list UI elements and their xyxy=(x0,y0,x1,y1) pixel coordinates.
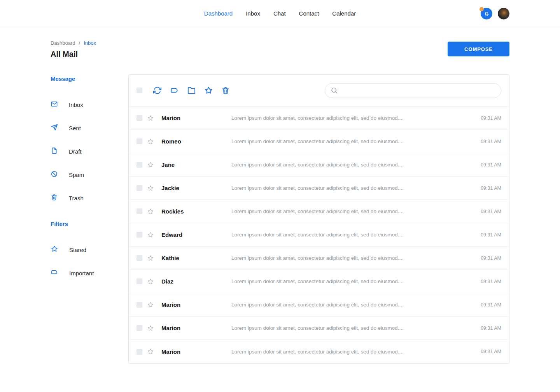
mail-preview: Lorem ipsum dolor sit amet, consectetur … xyxy=(231,208,481,214)
envelope-icon xyxy=(51,100,58,109)
document-icon xyxy=(51,147,58,156)
mail-sidebar: Message Inbox Sent xyxy=(51,74,128,292)
mail-row[interactable]: Jackie Lorem ipsum dolor sit amet, conse… xyxy=(129,177,509,200)
mail-toolbar xyxy=(129,75,509,107)
mail-row[interactable]: Marion Lorem ipsum dolor sit amet, conse… xyxy=(129,107,509,130)
row-checkbox[interactable] xyxy=(136,185,142,191)
mail-sender: Marion xyxy=(161,325,231,331)
sidebar-item-spam[interactable]: Spam xyxy=(51,170,128,179)
user-avatar[interactable] xyxy=(498,8,509,19)
sidebar-item-label: Sent xyxy=(69,125,81,131)
search-input[interactable] xyxy=(341,88,495,94)
refresh-icon[interactable] xyxy=(152,86,162,95)
mail-time: 09:31 AM xyxy=(481,232,501,238)
mail-row[interactable]: Marion Lorem ipsum dolor sit amet, conse… xyxy=(129,317,509,340)
row-checkbox[interactable] xyxy=(136,232,142,238)
page-header: Dashboard / Inbox All Mail COMPOSE xyxy=(51,40,509,59)
mail-row[interactable]: Romeo Lorem ipsum dolor sit amet, consec… xyxy=(129,130,509,153)
sidebar-section-filters: Filters xyxy=(51,220,128,227)
sidebar-item-inbox[interactable]: Inbox xyxy=(51,100,128,109)
row-checkbox[interactable] xyxy=(136,208,142,214)
star-icon[interactable] xyxy=(147,301,154,308)
sidebar-item-draft[interactable]: Draft xyxy=(51,147,128,156)
mail-row[interactable]: Kathie Lorem ipsum dolor sit amet, conse… xyxy=(129,247,509,270)
mail-preview: Lorem ipsum dolor sit amet, consectetur … xyxy=(231,325,481,331)
row-checkbox[interactable] xyxy=(136,325,142,331)
search-box xyxy=(325,83,501,98)
star-icon[interactable] xyxy=(147,278,154,285)
mail-row[interactable]: Marion Lorem ipsum dolor sit amet, conse… xyxy=(129,293,509,317)
top-navigation-bar: Dashboard Inbox Chat Contact Calendar xyxy=(0,0,560,27)
mail-row[interactable]: Marion Lorem ipsum dolor sit amet, conse… xyxy=(129,340,509,363)
star-icon[interactable] xyxy=(204,86,213,95)
search-icon xyxy=(331,87,338,94)
sidebar-item-stared[interactable]: Stared xyxy=(51,245,128,254)
mail-sender: Diaz xyxy=(161,278,231,285)
compose-button[interactable]: COMPOSE xyxy=(448,42,509,56)
mail-row[interactable]: Rockies Lorem ipsum dolor sit amet, cons… xyxy=(129,200,509,223)
mail-time: 09:31 AM xyxy=(481,186,501,191)
nav-contact[interactable]: Contact xyxy=(299,10,319,17)
row-checkbox[interactable] xyxy=(136,162,142,168)
sidebar-item-label: Important xyxy=(69,270,94,276)
star-icon[interactable] xyxy=(147,138,154,145)
main-nav: Dashboard Inbox Chat Contact Calendar xyxy=(204,10,356,17)
mail-preview: Lorem ipsum dolor sit amet, consectetur … xyxy=(231,185,481,191)
breadcrumb-inbox[interactable]: Inbox xyxy=(84,40,96,46)
mail-preview: Lorem ipsum dolor sit amet, consectetur … xyxy=(231,232,481,238)
trash-icon[interactable] xyxy=(221,86,230,95)
sidebar-item-sent[interactable]: Sent xyxy=(51,123,128,133)
mail-preview: Lorem ipsum dolor sit amet, consectetur … xyxy=(231,302,481,308)
sidebar-section-message: Message xyxy=(51,75,128,82)
breadcrumb-dashboard[interactable]: Dashboard xyxy=(51,40,75,46)
star-icon[interactable] xyxy=(147,325,154,332)
sidebar-item-label: Inbox xyxy=(69,102,83,108)
sidebar-item-label: Stared xyxy=(69,247,86,253)
mail-preview: Lorem ipsum dolor sit amet, consectetur … xyxy=(231,115,481,121)
mail-time: 09:31 AM xyxy=(481,162,501,168)
sidebar-item-important[interactable]: Important xyxy=(51,268,128,278)
mail-time: 09:31 AM xyxy=(481,349,501,354)
nav-inbox[interactable]: Inbox xyxy=(246,10,260,17)
select-all-checkbox[interactable] xyxy=(136,88,142,93)
mail-sender: Edward xyxy=(161,231,231,238)
star-icon[interactable] xyxy=(147,185,154,192)
sidebar-item-label: Spam xyxy=(69,172,84,178)
star-icon[interactable] xyxy=(147,348,154,355)
label-icon[interactable] xyxy=(170,86,179,95)
sidebar-item-label: Draft xyxy=(69,148,82,155)
sidebar-item-trash[interactable]: Trash xyxy=(51,193,128,203)
mail-row[interactable]: Edward Lorem ipsum dolor sit amet, conse… xyxy=(129,223,509,247)
paper-plane-icon xyxy=(51,124,58,133)
row-checkbox[interactable] xyxy=(136,115,142,121)
star-icon[interactable] xyxy=(147,208,154,215)
mail-sender: Marion xyxy=(161,348,231,355)
mail-preview: Lorem ipsum dolor sit amet, consectetur … xyxy=(231,162,481,168)
row-checkbox[interactable] xyxy=(136,138,142,144)
mail-preview: Lorem ipsum dolor sit amet, consectetur … xyxy=(231,349,481,355)
star-icon[interactable] xyxy=(147,255,154,262)
mail-sender: Kathie xyxy=(161,255,231,261)
mail-time: 09:31 AM xyxy=(481,209,501,214)
block-icon xyxy=(51,170,58,179)
mail-sender: Marion xyxy=(161,115,231,121)
nav-chat[interactable]: Chat xyxy=(273,10,286,17)
mail-row[interactable]: Jane Lorem ipsum dolor sit amet, consect… xyxy=(129,153,509,177)
nav-calendar[interactable]: Calendar xyxy=(332,10,356,17)
star-icon[interactable] xyxy=(147,161,154,168)
star-icon[interactable] xyxy=(147,231,154,238)
mail-preview: Lorem ipsum dolor sit amet, consectetur … xyxy=(231,255,481,261)
star-icon[interactable] xyxy=(147,115,154,122)
mail-preview: Lorem ipsum dolor sit amet, consectetur … xyxy=(231,278,481,284)
star-icon xyxy=(51,245,58,254)
mail-row[interactable]: Diaz Lorem ipsum dolor sit amet, consect… xyxy=(129,270,509,293)
notification-button[interactable] xyxy=(481,8,492,19)
mail-time: 09:31 AM xyxy=(481,139,501,144)
nav-dashboard[interactable]: Dashboard xyxy=(204,10,233,17)
row-checkbox[interactable] xyxy=(136,302,142,308)
folder-icon[interactable] xyxy=(187,86,196,95)
mail-preview: Lorem ipsum dolor sit amet, consectetur … xyxy=(231,138,481,144)
row-checkbox[interactable] xyxy=(136,255,142,261)
row-checkbox[interactable] xyxy=(136,278,142,284)
row-checkbox[interactable] xyxy=(136,349,142,355)
